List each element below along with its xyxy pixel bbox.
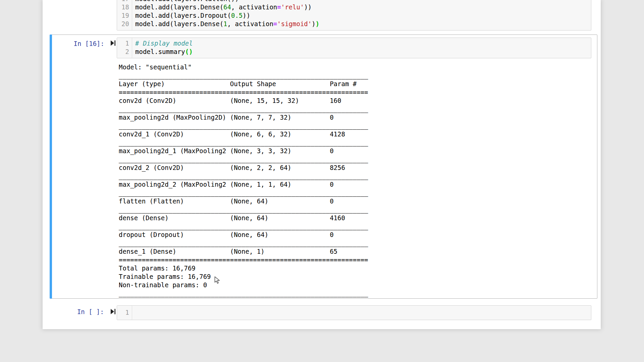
input-prompt-16[interactable]: In [16]: (50, 40, 104, 48)
mouse-cursor-icon (214, 276, 222, 284)
model-summary-output: Model: "sequential" ____________________… (119, 63, 368, 298)
selected-cell-indicator (50, 35, 52, 299)
code-text[interactable]: model.add(layers.Dropout(0.5)) (135, 11, 250, 20)
line-number: 19 (117, 11, 129, 20)
line-number: 1 (117, 39, 129, 48)
code-line[interactable]: 17model.add(layers.Flatten()) (117, 0, 591, 3)
line-number: 18 (117, 3, 129, 11)
code-line[interactable]: 1# Display model (117, 39, 591, 48)
code-text[interactable]: model.summary() (135, 48, 193, 56)
code-text[interactable]: model.add(layers.Flatten()) (135, 0, 239, 3)
code-text[interactable]: model.add(layers.Dense(1, activation='si… (135, 20, 319, 28)
code-text[interactable]: # Display model (135, 39, 193, 48)
code-text[interactable]: model.add(layers.Dense(64, activation='r… (135, 3, 312, 11)
line-number: 1 (117, 308, 129, 317)
code-line[interactable]: 19model.add(layers.Dropout(0.5)) (117, 11, 591, 20)
notebook-container: 17model.add(layers.Flatten())18model.add… (43, 0, 601, 329)
code-input-16[interactable]: 1# Display model2model.summary() (117, 38, 591, 58)
code-cell-16[interactable]: In [16]: 1# Display model2model.summary(… (50, 35, 597, 299)
line-number: 2 (117, 48, 129, 56)
code-line[interactable]: 18model.add(layers.Dense(64, activation=… (117, 3, 591, 11)
line-number: 17 (117, 0, 129, 3)
code-input-previous[interactable]: 17model.add(layers.Flatten())18model.add… (117, 0, 591, 31)
run-cell-icon[interactable] (111, 309, 116, 314)
line-number: 20 (117, 20, 129, 28)
run-cell-icon[interactable] (111, 40, 116, 46)
code-input-empty[interactable]: 1 (117, 305, 591, 320)
jupyter-notebook-page: { "colors": { "page_background": "#e8e8e… (0, 0, 644, 362)
code-line[interactable]: 1 (117, 308, 591, 317)
code-line[interactable]: 20model.add(layers.Dense(1, activation='… (117, 20, 591, 28)
code-line[interactable]: 2model.summary() (117, 48, 591, 56)
input-prompt-empty[interactable]: In [ ]: (50, 308, 104, 316)
